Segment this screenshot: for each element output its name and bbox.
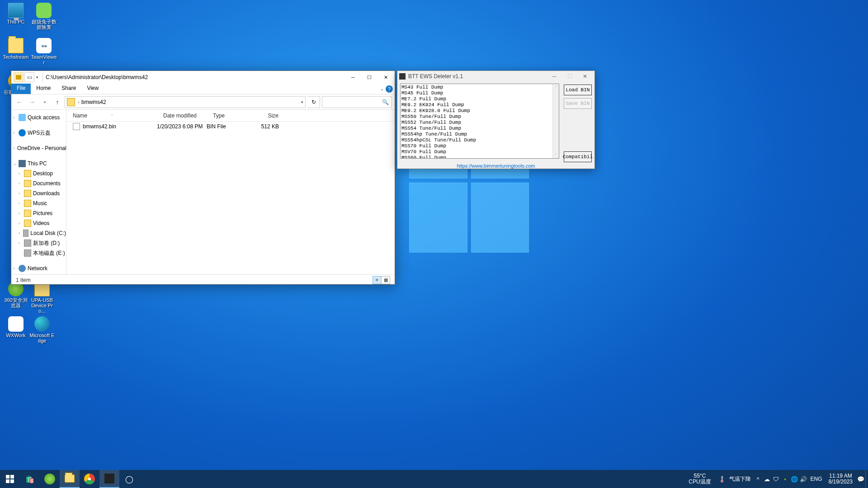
taskbar-ews-icon[interactable] (99, 470, 119, 488)
help-icon[interactable]: ? (386, 85, 393, 93)
tree-local-c[interactable]: ›Local Disk (C:) (11, 228, 66, 238)
tree-drive-d[interactable]: ›新加卷 (D:) (11, 238, 66, 248)
ews-maximize-button: ☐ (562, 71, 577, 81)
desktop-icons-bottom-left: 360安全浏览器 (2, 280, 30, 315)
qat-dropdown-icon[interactable]: ▾ (35, 75, 40, 80)
scroll-down-icon[interactable]: ˇ (553, 152, 559, 158)
tree-downloads[interactable]: ›Downloads (11, 188, 66, 198)
ews-scrollbar[interactable]: ˆ ˇ (552, 84, 559, 158)
search-icon: 🔍 (382, 99, 389, 105)
column-name[interactable]: Name ˆ (66, 113, 157, 119)
ews-minimize-button[interactable]: ─ (547, 71, 562, 81)
explorer-titlebar[interactable]: ▭ ▾ C:\Users\Administrator\Desktop\bmwms… (11, 71, 395, 84)
desktop-icon-wxwork[interactable]: WXWork (3, 316, 29, 348)
search-input[interactable]: 🔍 (322, 96, 392, 108)
tray-thermometer-icon[interactable]: 🌡️ (717, 470, 726, 488)
taskbar-language[interactable]: ENG (808, 476, 825, 482)
taskbar: 🛍️ ◯ 55°C CPU温度 🌡️ 气温下降 ^ ☁ 🛡 ▪ 🌐 🔊 ENG … (0, 470, 868, 488)
ews-close-button[interactable]: ✕ (577, 71, 593, 81)
addressbar-chevron-icon: › (78, 99, 80, 105)
tray-volume-icon[interactable]: 🔊 (799, 470, 808, 488)
tray-onedrive-icon[interactable]: ☁ (763, 470, 772, 488)
tree-onedrive[interactable]: ›OneDrive - Personal (11, 143, 66, 153)
taskbar-cpu-temp[interactable]: 55°C CPU温度 (682, 473, 717, 485)
close-button[interactable]: ✕ (377, 71, 394, 84)
status-item-count: 1 item (16, 277, 31, 283)
taskbar-chrome-icon[interactable] (80, 470, 99, 488)
tray-notifications-icon[interactable]: 💬 (856, 470, 865, 488)
tree-network[interactable]: ›Network (11, 263, 66, 273)
maximize-button[interactable]: ☐ (361, 71, 377, 84)
file-icon (73, 123, 80, 130)
tree-music[interactable]: ›Music (11, 198, 66, 208)
load-bin-button[interactable]: Load BIN (564, 84, 592, 95)
explorer-column-headers: Name ˆ Date modified Type Size (66, 110, 395, 122)
taskbar-explorer-icon[interactable] (60, 470, 80, 488)
desktop-icon-360[interactable]: 360安全浏览器 (3, 281, 29, 313)
ribbon-tab-home[interactable]: Home (31, 84, 56, 94)
tree-drive-e[interactable]: 本地磁盘 (E:) (11, 248, 66, 258)
view-icons-icon[interactable]: ▦ (381, 276, 390, 284)
taskbar-store-icon[interactable]: 🛍️ (20, 470, 40, 488)
explorer-ribbon: File Home Share View ⌄ ? (11, 84, 395, 94)
explorer-addressbar-row: ← → ▾ ↑ › bmwms42 ▾ ↻ 🔍 (11, 94, 395, 110)
taskbar-clock[interactable]: 11:19 AM 8/19/2023 (825, 473, 856, 485)
qat-properties-icon[interactable]: ▭ (24, 72, 34, 82)
file-row-bmwms42[interactable]: bmwms42.bin 1/20/2023 6:08 PM BIN File 5… (66, 122, 395, 131)
taskbar-news[interactable]: 气温下降 (726, 475, 754, 483)
addressbar-folder-icon (67, 98, 75, 106)
ews-title-text: BTT EWS Deleter v1.1 (408, 73, 547, 80)
nav-back-icon[interactable]: ← (14, 97, 25, 108)
start-button[interactable] (0, 470, 20, 488)
tray-nvidia-icon[interactable]: ▪ (781, 470, 790, 488)
desktop-icon-teamviewer[interactable]: ↔TeamViewer (31, 38, 57, 70)
desktop-icon-edge[interactable]: Microsoft Edge (29, 316, 55, 348)
refresh-icon[interactable]: ↻ (307, 96, 320, 108)
desktop-icon-superrabbit[interactable]: 超级兔子数据恢复 (31, 3, 57, 34)
nav-up-icon[interactable]: ↑ (52, 97, 63, 108)
ribbon-tab-file[interactable]: File (11, 84, 31, 94)
minimize-button[interactable]: ─ (345, 71, 361, 84)
tree-videos[interactable]: ›Videos (11, 218, 66, 228)
column-date[interactable]: Date modified (157, 113, 207, 119)
ews-ecu-listbox[interactable]: MS43 Full Dump MS45 Full Dump ME7.2 Full… (400, 84, 559, 159)
ews-titlebar[interactable]: BTT EWS Deleter v1.1 ─ ☐ ✕ (397, 71, 594, 82)
tray-network-icon[interactable]: 🌐 (790, 470, 799, 488)
address-bar[interactable]: › bmwms42 ▾ (65, 96, 306, 108)
nav-forward-icon[interactable]: → (27, 97, 38, 108)
tree-pictures[interactable]: ›Pictures (11, 208, 66, 218)
tray-overflow-icon[interactable]: ^ (754, 470, 763, 488)
explorer-title-path: C:\Users\Administrator\Desktop\bmwms42 (46, 74, 345, 80)
show-desktop-button[interactable] (865, 470, 868, 488)
ews-deleter-window: BTT EWS Deleter v1.1 ─ ☐ ✕ MS43 Full Dum… (397, 70, 595, 169)
desktop-icons-bottom2-l: WXWork (2, 315, 30, 351)
tray-security-icon[interactable]: 🛡 (772, 470, 781, 488)
view-details-icon[interactable]: ≡ (373, 276, 382, 284)
taskbar-cortana-icon[interactable]: ◯ (119, 470, 139, 488)
addressbar-dropdown-icon[interactable]: ▾ (301, 100, 303, 104)
ribbon-tab-view[interactable]: View (81, 84, 104, 94)
desktop-icon-techstream[interactable]: Techstream (3, 38, 29, 70)
save-bin-button: Save BIN (564, 98, 592, 109)
taskbar-360-icon[interactable] (40, 470, 60, 488)
ews-footer-link[interactable]: https://www.bimmertuningtools.com (397, 163, 594, 170)
tree-this-pc[interactable]: ⌄This PC (11, 159, 66, 169)
ews-app-icon (399, 73, 406, 80)
tree-documents[interactable]: ›Documents (11, 178, 66, 188)
column-size[interactable]: Size (247, 113, 279, 119)
column-type[interactable]: Type (207, 113, 247, 119)
ribbon-tab-share[interactable]: Share (56, 84, 81, 94)
qat-folder-icon[interactable] (14, 72, 24, 82)
ribbon-expand-icon[interactable]: ⌄ (380, 86, 384, 91)
explorer-statusbar: 1 item ≡ ▦ (11, 274, 395, 285)
tree-desktop[interactable]: ›Desktop (11, 169, 66, 178)
desktop-icons-bottom2-r: Microsoft Edge (28, 315, 56, 351)
desktop-icon-upa-usb[interactable]: UPA-USB Device Pro... (29, 281, 55, 313)
desktop-icon-this-pc[interactable]: This PC (3, 3, 29, 34)
scroll-up-icon[interactable]: ˆ (553, 84, 559, 90)
address-text: bmwms42 (81, 99, 106, 105)
nav-history-dropdown-icon[interactable]: ▾ (39, 97, 50, 108)
tree-quick-access[interactable]: ›Quick access (11, 113, 66, 122)
compatibility-button[interactable]: Compatibil (564, 151, 592, 162)
tree-wps-cloud[interactable]: ›WPS云盘 (11, 128, 66, 138)
